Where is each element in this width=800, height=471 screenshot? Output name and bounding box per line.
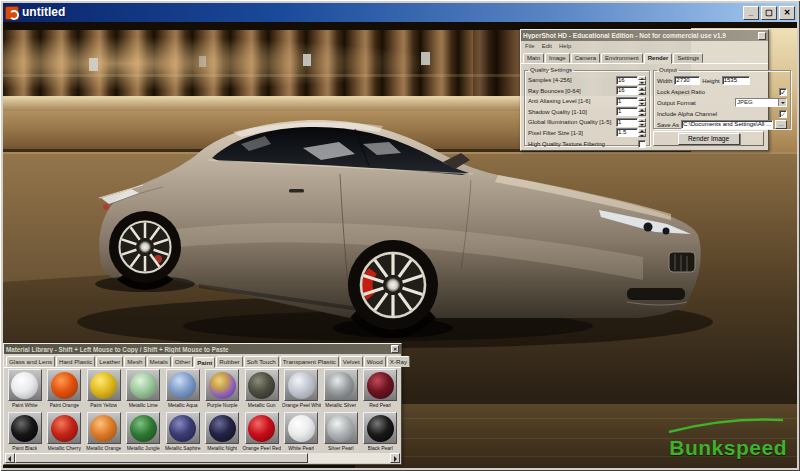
spinner-anti-aliasing-level-1-6[interactable] [638,97,646,106]
materials-tab-metals[interactable]: Metals [147,356,171,367]
viewport-3d[interactable]: Bunkspeed HyperShot HD - Educational Edi… [3,22,797,468]
dropdown-arrow-icon[interactable] [778,99,786,106]
swatch-tile[interactable] [205,412,239,444]
materials-scrollbar[interactable] [5,453,400,463]
materials-tab-other[interactable]: Other [172,356,193,367]
field-input-shadow-quality-1-10[interactable]: 1 [616,107,638,116]
field-input-ray-bounces-0-64[interactable]: 16 [616,86,638,95]
swatch-tile[interactable] [126,412,160,444]
swatch-paint-yellow[interactable]: Paint Yellow [84,369,124,411]
swatch-metallic-jungle[interactable]: Metallic Jungle [124,412,164,454]
materials-tab-wood[interactable]: Wood [364,356,386,367]
swatch-orange-peel-white[interactable]: Orange Peel White [282,369,322,411]
materials-tab-paint[interactable]: Paint [194,357,215,368]
spinner-ray-bounces-0-64[interactable] [638,86,646,95]
height-input[interactable]: 1535 [722,76,750,85]
dialog-tab-main[interactable]: Main [523,53,544,63]
dialog-tab-camera[interactable]: Camera [571,53,600,63]
swatch-tile[interactable] [324,369,358,401]
window-titlebar[interactable]: untitled _▢✕ [3,3,797,22]
dialog-tab-settings[interactable]: Settings [673,53,703,63]
scroll-left-button[interactable] [5,453,15,463]
swatch-silver-pearl[interactable]: Silver Pearl [321,412,361,454]
dialog-tab-environment[interactable]: Environment [601,53,643,63]
scrollbar-thumb[interactable] [15,453,308,463]
materials-tab-leather[interactable]: Leather [96,356,123,367]
quality-settings-group: Quality Settings Samples [4-256]16Ray Bo… [524,67,650,146]
dialog-titlebar[interactable]: HyperShot HD - Educational Edition - Not… [521,30,768,41]
dialog-tab-image[interactable]: Image [545,53,570,63]
swatch-tile[interactable] [284,412,318,444]
spinner-pixel-filter-size-1-3[interactable] [638,128,646,137]
swatch-tile[interactable] [245,369,279,401]
hq-texture-checkbox[interactable] [638,140,646,148]
materials-tab-x-ray[interactable]: X-Ray [387,356,410,367]
materials-tab-transparent-plastic[interactable]: Transparent Plastic [280,356,339,367]
spinner-samples-4-256[interactable] [638,76,646,85]
swatch-tile[interactable] [87,412,121,444]
lock-aspect-checkbox[interactable] [779,88,787,96]
maximize-button[interactable]: ▢ [761,6,777,20]
width-input[interactable]: 2730 [674,76,700,85]
alpha-checkbox[interactable] [779,110,787,118]
materials-tab-rubber[interactable]: Rubber [216,356,242,367]
minimize-button[interactable]: _ [743,6,759,20]
swatch-tile[interactable] [166,369,200,401]
render-image-button[interactable]: Render Image [678,133,740,145]
swatch-orange-peel-red[interactable]: Orange Peel Red [242,412,282,454]
swatch-tile[interactable] [47,412,81,444]
swatch-tile[interactable] [47,369,81,401]
swatch-metallic-aqua[interactable]: Metallic Aqua [163,369,203,411]
swatch-tile[interactable] [363,369,397,401]
field-input-samples-4-256[interactable]: 16 [616,76,638,85]
dialog-tab-render[interactable]: Render [644,53,673,64]
field-input-global-illumination-quality-1-5[interactable]: 1 [616,118,638,127]
save-as-input[interactable]: C:\Documents and Settings\All ... [681,120,773,129]
scroll-right-button[interactable] [390,453,400,463]
swatch-black-pearl[interactable]: Black Pearl [361,412,401,454]
menu-edit[interactable]: Edit [542,43,552,49]
close-button[interactable]: ✕ [779,6,795,20]
materials-tab-glass-and-lens[interactable]: Glass and Lens [6,356,55,367]
materials-tab-soft-touch[interactable]: Soft Touch [244,356,279,367]
swatch-paint-black[interactable]: Paint Black [5,412,45,454]
swatch-paint-white[interactable]: Paint White [5,369,45,411]
app-icon[interactable] [5,6,19,20]
swatch-red-pearl[interactable]: Red Pearl [361,369,401,411]
swatch-tile[interactable] [245,412,279,444]
materials-tab-mesh[interactable]: Mesh [124,356,145,367]
spinner-global-illumination-quality-1-5[interactable] [638,118,646,127]
field-input-pixel-filter-size-1-3[interactable]: 1.5 [616,128,638,137]
materials-tab-hard-plastic[interactable]: Hard Plastic [56,356,95,367]
swatch-metallic-gun[interactable]: Metallic Gun [242,369,282,411]
menu-help[interactable]: Help [559,43,571,49]
dialog-close-button[interactable] [758,32,766,40]
swatch-purple-nurple[interactable]: Purple Nurple [203,369,243,411]
swatch-tile[interactable] [8,369,42,401]
output-format-dropdown[interactable]: JPEG [735,98,787,107]
swatch-metallic-cherry[interactable]: Metallic Cherry [45,412,85,454]
swatch-tile[interactable] [87,369,121,401]
spinner-shadow-quality-1-10[interactable] [638,107,646,116]
swatch-tile[interactable] [324,412,358,444]
swatch-metallic-orange[interactable]: Metallic Orange [84,412,124,454]
swatch-metallic-night[interactable]: Metallic Night [203,412,243,454]
swatch-tile[interactable] [205,369,239,401]
swatch-tile[interactable] [8,412,42,444]
materials-tab-velvet[interactable]: Velvet [340,356,363,367]
scrollbar-track[interactable] [15,453,390,463]
swatch-metallic-saphire[interactable]: Metallic Saphire [163,412,203,454]
browse-button[interactable]: ... [775,120,787,129]
swatch-paint-orange[interactable]: Paint Orange [45,369,85,411]
swatch-metallic-lime[interactable]: Metallic Lime [124,369,164,411]
field-input-anti-aliasing-level-1-6[interactable]: 1 [616,97,638,106]
swatch-metallic-silver[interactable]: Metallic Silver [321,369,361,411]
swatch-tile[interactable] [363,412,397,444]
menu-file[interactable]: File [525,43,535,49]
swatch-tile[interactable] [284,369,318,401]
swatch-white-pearl[interactable]: White Pearl [282,412,322,454]
swatch-tile[interactable] [126,369,160,401]
materials-close-button[interactable]: ✕ [391,345,399,353]
materials-titlebar[interactable]: Material Library - Shift + Left Mouse to… [4,344,401,354]
swatch-tile[interactable] [166,412,200,444]
